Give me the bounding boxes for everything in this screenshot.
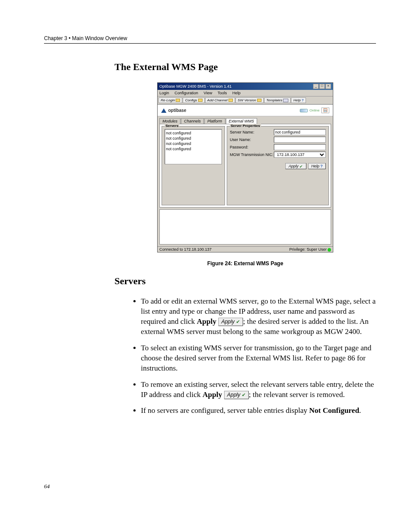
apply-word: Apply: [203, 390, 222, 399]
apply-button[interactable]: Apply: [285, 163, 306, 169]
nic-select[interactable]: 172.18.100.137: [274, 152, 326, 158]
online-text: Online: [309, 108, 320, 112]
server-properties-legend: Server Properties: [230, 124, 261, 128]
tab-content: Servers not configured not configured no…: [159, 124, 331, 208]
not-configured-bold: Not Configured: [309, 406, 359, 415]
list-item[interactable]: not configured: [166, 141, 221, 146]
windows-media-badge: 🪟: [321, 108, 329, 113]
server-properties-fieldset: Server Properties Server Name: User Name…: [227, 126, 329, 205]
user-name-label: User Name:: [230, 137, 274, 142]
nic-label: MGW Transmission NIC:: [230, 152, 274, 157]
inline-apply-button: Apply: [224, 391, 249, 399]
list-item: If no servers are configured, server tab…: [141, 406, 376, 416]
folder-icon: [228, 99, 233, 102]
section-title-2: Servers: [114, 275, 376, 287]
maximize-icon[interactable]: □: [319, 84, 325, 89]
menu-view[interactable]: View: [204, 91, 212, 95]
menu-configuration[interactable]: Configuration: [175, 91, 199, 95]
user-name-input[interactable]: [274, 137, 326, 143]
sw-version-button[interactable]: SW Version: [236, 97, 264, 103]
servers-list[interactable]: not configured not configured not config…: [165, 129, 222, 164]
page-header: Chapter 3 • Main Window Overview: [44, 35, 376, 44]
status-right: Privilege: Super User: [289, 247, 331, 252]
list-item[interactable]: not configured: [166, 130, 221, 136]
templates-button[interactable]: Templates: [264, 97, 291, 103]
status-dot-icon: [328, 248, 331, 252]
page-number: 64: [44, 483, 50, 490]
toolbar-help-button[interactable]: Help ?: [291, 97, 306, 103]
list-item: To remove an existing server, select the…: [141, 380, 376, 400]
menu-help[interactable]: Help: [232, 91, 241, 95]
password-input[interactable]: [274, 144, 326, 150]
minimize-icon[interactable]: _: [313, 84, 319, 89]
body-list: To add or edit an external WMS server, g…: [114, 297, 376, 416]
tab-channels[interactable]: Channels: [181, 118, 204, 124]
status-left: Connected to 172.18.100.137: [159, 247, 212, 252]
tab-modules[interactable]: Modules: [159, 118, 181, 124]
templates-icon: [283, 99, 288, 102]
servers-legend: Servers: [165, 124, 179, 128]
window-title: Optibase MGW 2400 BMS - Version 1.41: [159, 84, 232, 89]
help-icon: ?: [321, 164, 323, 168]
tab-platform[interactable]: Platform: [204, 118, 225, 124]
help-button[interactable]: Help ?: [308, 163, 326, 169]
toolbar: Re-Login Configs Add Channel SW Version …: [158, 96, 333, 104]
check-icon: [299, 164, 303, 168]
check-icon: [242, 391, 246, 395]
inline-apply-button: Apply: [218, 318, 243, 326]
statusbar: Connected to 172.18.100.137 Privilege: S…: [158, 246, 333, 252]
optibase-logo-text: optibase: [168, 108, 186, 113]
online-arrow-icon: [300, 109, 308, 112]
folder-icon: [176, 99, 180, 102]
folder-icon: [257, 99, 262, 102]
tab-external-wms[interactable]: External WMS: [226, 118, 258, 124]
password-label: Password:: [230, 145, 274, 149]
server-name-input[interactable]: [274, 129, 326, 135]
help-icon: ?: [302, 98, 304, 102]
list-item: To add or edit an external WMS server, g…: [141, 297, 376, 337]
folder-icon: [198, 99, 203, 102]
tabbar: Modules Channels Platform External WMS: [158, 116, 333, 124]
close-icon[interactable]: ×: [325, 84, 331, 89]
logo-row: optibase Online 🪟: [158, 104, 333, 116]
figure-container: Optibase MGW 2400 BMS - Version 1.41 _ □…: [114, 82, 376, 267]
figure-caption: Figure 24: External WMS Page: [207, 260, 284, 267]
chapter-text: Chapter 3 • Main Window Overview: [44, 35, 127, 41]
server-name-label: Server Name:: [230, 130, 274, 134]
list-item[interactable]: not configured: [166, 136, 221, 141]
menubar: Login Configuration View Tools Help: [158, 90, 333, 96]
menu-tools[interactable]: Tools: [217, 91, 227, 95]
app-window: Optibase MGW 2400 BMS - Version 1.41 _ □…: [157, 82, 333, 252]
list-item[interactable]: not configured: [166, 146, 221, 152]
add-channel-button[interactable]: Add Channel: [205, 97, 235, 103]
menu-login[interactable]: Login: [159, 91, 169, 95]
servers-fieldset: Servers not configured not configured no…: [162, 126, 225, 205]
list-item: To select an existing WMS server for tra…: [141, 343, 376, 374]
optibase-logo-icon: [161, 108, 166, 113]
check-icon: [236, 318, 240, 322]
apply-word: Apply: [197, 317, 216, 326]
configs-button[interactable]: Configs: [183, 97, 204, 103]
relogin-button[interactable]: Re-Login: [158, 97, 182, 103]
window-titlebar: Optibase MGW 2400 BMS - Version 1.41 _ □…: [158, 83, 333, 90]
lower-panel: [159, 209, 331, 245]
section-title-1: The External WMS Page: [114, 61, 376, 73]
